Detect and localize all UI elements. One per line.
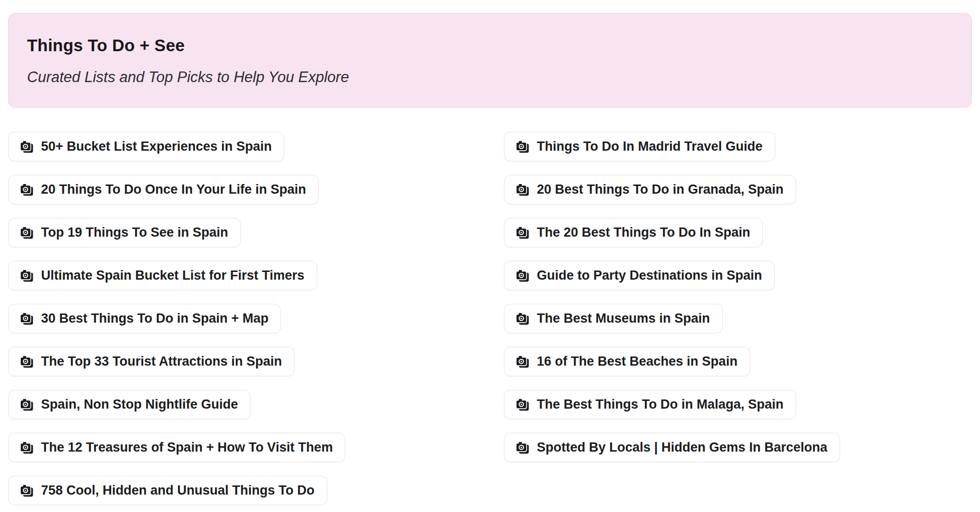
list-item-label: Top 19 Things To See in Spain: [41, 225, 228, 240]
list-item-label: Things To Do In Madrid Travel Guide: [537, 139, 763, 154]
list-item-button[interactable]: The Best Museums in Spain: [504, 304, 723, 333]
camera-icon: [516, 441, 530, 455]
list-item-label: 30 Best Things To Do in Spain + Map: [41, 311, 268, 326]
camera-icon: [516, 398, 530, 412]
list-item-label: 20 Best Things To Do in Granada, Spain: [537, 182, 784, 197]
list-item-button[interactable]: 758 Cool, Hidden and Unusual Things To D…: [8, 476, 327, 505]
camera-icon: [516, 226, 530, 240]
list-item-button[interactable]: Spain, Non Stop Nightlife Guide: [8, 390, 251, 419]
camera-icon: [20, 312, 34, 326]
list-item-button[interactable]: The Top 33 Tourist Attractions in Spain: [8, 347, 294, 376]
list-item-label: The 12 Treasures of Spain + How To Visit…: [41, 440, 333, 455]
camera-icon: [516, 140, 530, 154]
list-item-label: 758 Cool, Hidden and Unusual Things To D…: [41, 483, 315, 498]
list-item-label: 50+ Bucket List Experiences in Spain: [41, 139, 272, 154]
list-item-label: Spain, Non Stop Nightlife Guide: [41, 397, 238, 412]
list-item-button[interactable]: Guide to Party Destinations in Spain: [504, 261, 775, 290]
page-subtitle: Curated Lists and Top Picks to Help You …: [27, 68, 952, 87]
page-title: Things To Do + See: [27, 35, 952, 56]
list-item-button[interactable]: 20 Things To Do Once In Your Life in Spa…: [8, 175, 319, 204]
list-item-button[interactable]: 30 Best Things To Do in Spain + Map: [8, 304, 281, 333]
list-item-label: Ultimate Spain Bucket List for First Tim…: [41, 268, 305, 283]
list-item-button[interactable]: Top 19 Things To See in Spain: [8, 218, 241, 247]
list-item-button[interactable]: 20 Best Things To Do in Granada, Spain: [504, 175, 796, 204]
camera-icon: [20, 441, 34, 455]
camera-icon: [20, 484, 34, 498]
list-item-button[interactable]: 50+ Bucket List Experiences in Spain: [8, 132, 284, 161]
list-column-right: Things To Do In Madrid Travel Guide 20 B…: [504, 132, 840, 462]
list-item-label: Guide to Party Destinations in Spain: [537, 268, 762, 283]
list-item-label: Spotted By Locals | Hidden Gems In Barce…: [537, 440, 827, 455]
camera-icon: [20, 398, 34, 412]
list-item-label: The Top 33 Tourist Attractions in Spain: [41, 354, 282, 369]
camera-icon: [20, 140, 34, 154]
list-column-left: 50+ Bucket List Experiences in Spain 20 …: [8, 132, 345, 505]
camera-icon: [20, 183, 34, 197]
camera-icon: [516, 312, 530, 326]
list-item-label: The Best Things To Do in Malaga, Spain: [537, 397, 784, 412]
list-item-button[interactable]: Ultimate Spain Bucket List for First Tim…: [8, 261, 317, 290]
list-item-button[interactable]: 16 of The Best Beaches in Spain: [504, 347, 750, 376]
list-item-button[interactable]: The Best Things To Do in Malaga, Spain: [504, 390, 796, 419]
section-header: Things To Do + See Curated Lists and Top…: [8, 13, 972, 108]
list-item-label: 16 of The Best Beaches in Spain: [537, 354, 738, 369]
list-item-label: 20 Things To Do Once In Your Life in Spa…: [41, 182, 306, 197]
list-item-button[interactable]: The 12 Treasures of Spain + How To Visit…: [8, 433, 345, 462]
camera-icon: [516, 355, 530, 369]
curated-lists: 50+ Bucket List Experiences in Spain 20 …: [0, 132, 980, 505]
list-item-label: The Best Museums in Spain: [537, 311, 710, 326]
list-item-button[interactable]: Spotted By Locals | Hidden Gems In Barce…: [504, 433, 840, 462]
camera-icon: [20, 269, 34, 283]
camera-icon: [516, 183, 530, 197]
camera-icon: [516, 269, 530, 283]
list-item-button[interactable]: Things To Do In Madrid Travel Guide: [504, 132, 775, 161]
list-item-label: The 20 Best Things To Do In Spain: [537, 225, 750, 240]
camera-icon: [20, 226, 34, 240]
list-item-button[interactable]: The 20 Best Things To Do In Spain: [504, 218, 763, 247]
camera-icon: [20, 355, 34, 369]
